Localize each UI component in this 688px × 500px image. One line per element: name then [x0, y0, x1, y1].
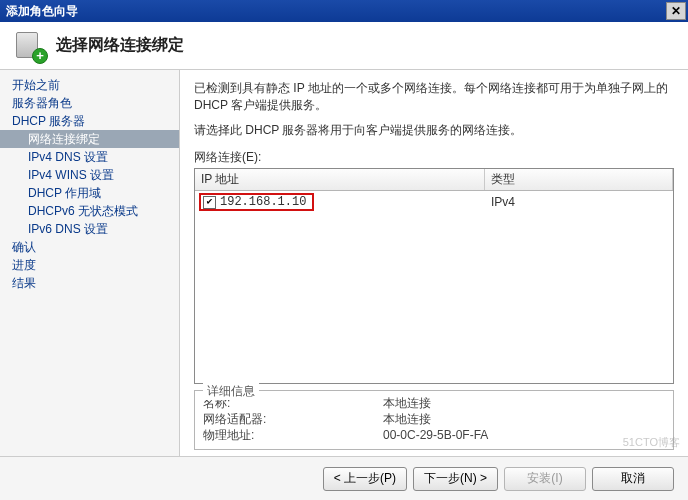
nav-item-4[interactable]: IPv4 DNS 设置	[0, 148, 179, 166]
detail-name-value: 本地连接	[383, 395, 431, 411]
column-ip[interactable]: IP 地址	[195, 169, 485, 190]
row-type: IPv4	[485, 193, 673, 211]
instruction-text: 请选择此 DHCP 服务器将用于向客户端提供服务的网络连接。	[194, 122, 674, 139]
connections-grid: IP 地址 类型 192.168.1.10IPv4	[194, 168, 674, 384]
wizard-footer: < 上一步(P) 下一步(N) > 安装(I) 取消	[0, 456, 688, 500]
row-checkbox[interactable]	[203, 196, 216, 209]
nav-item-2[interactable]: DHCP 服务器	[0, 112, 179, 130]
window-title: 添加角色向导	[6, 3, 666, 20]
grid-header: IP 地址 类型	[195, 169, 673, 191]
nav-item-8[interactable]: IPv6 DNS 设置	[0, 220, 179, 238]
wizard-header: + 选择网络连接绑定	[0, 22, 688, 70]
nav-item-7[interactable]: DHCPv6 无状态模式	[0, 202, 179, 220]
page-title: 选择网络连接绑定	[56, 35, 184, 56]
close-button[interactable]: ✕	[666, 2, 686, 20]
details-legend: 详细信息	[203, 383, 259, 400]
nav-item-5[interactable]: IPv4 WINS 设置	[0, 166, 179, 184]
detail-adapter-value: 本地连接	[383, 411, 431, 427]
titlebar: 添加角色向导 ✕	[0, 0, 688, 22]
main-panel: 已检测到具有静态 IP 地址的一个或多个网络连接。每个网络连接都可用于为单独子网…	[180, 70, 688, 456]
nav-item-9[interactable]: 确认	[0, 238, 179, 256]
intro-text: 已检测到具有静态 IP 地址的一个或多个网络连接。每个网络连接都可用于为单独子网…	[194, 80, 674, 114]
grid-body: 192.168.1.10IPv4	[195, 191, 673, 383]
nav-item-6[interactable]: DHCP 作用域	[0, 184, 179, 202]
detail-mac-label: 物理地址:	[203, 427, 383, 443]
next-button[interactable]: 下一步(N) >	[413, 467, 498, 491]
table-row[interactable]: 192.168.1.10IPv4	[195, 191, 673, 213]
nav-item-10[interactable]: 进度	[0, 256, 179, 274]
prev-button[interactable]: < 上一步(P)	[323, 467, 407, 491]
nav-item-1[interactable]: 服务器角色	[0, 94, 179, 112]
connections-label: 网络连接(E):	[194, 149, 674, 166]
wizard-icon: +	[14, 30, 46, 62]
row-ip: 192.168.1.10	[220, 195, 306, 209]
detail-mac-value: 00-0C-29-5B-0F-FA	[383, 427, 488, 443]
nav-item-0[interactable]: 开始之前	[0, 76, 179, 94]
sidebar: 开始之前服务器角色DHCP 服务器网络连接绑定IPv4 DNS 设置IPv4 W…	[0, 70, 180, 456]
cancel-button[interactable]: 取消	[592, 467, 674, 491]
details-panel: 详细信息 名称: 本地连接 网络适配器: 本地连接 物理地址: 00-0C-29…	[194, 390, 674, 450]
nav-item-3[interactable]: 网络连接绑定	[0, 130, 179, 148]
column-type[interactable]: 类型	[485, 169, 673, 190]
nav-item-11[interactable]: 结果	[0, 274, 179, 292]
detail-adapter-label: 网络适配器:	[203, 411, 383, 427]
install-button: 安装(I)	[504, 467, 586, 491]
